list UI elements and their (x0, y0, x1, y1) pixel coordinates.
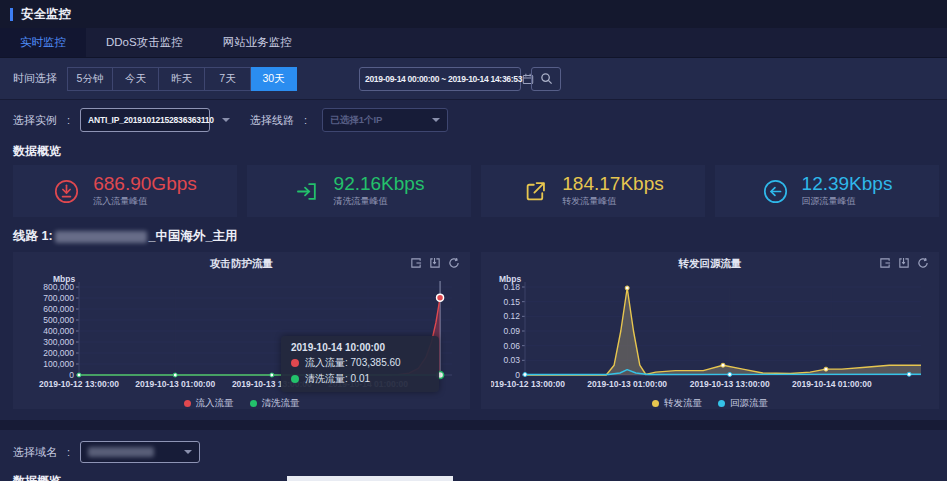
legend-dot (718, 400, 725, 407)
chart-toolbox (879, 257, 929, 269)
svg-text:300,000: 300,000 (43, 337, 74, 347)
legend-label: 清洗流量 (262, 397, 300, 410)
instance-select-value: ANTI_IP_20191012152836363110 (88, 115, 214, 125)
refresh-icon[interactable] (917, 257, 929, 269)
instance-filter-row: 选择实例: ANTI_IP_20191012152836363110 选择线路:… (0, 100, 947, 140)
search-button[interactable] (531, 67, 561, 91)
legend-label: 转发流量 (664, 397, 702, 410)
svg-text:0.03: 0.03 (503, 355, 520, 365)
tab-ddos-attack-monitor[interactable]: DDoS攻击监控 (86, 28, 203, 57)
colon: : (67, 446, 70, 458)
title-accent-bar (10, 8, 13, 21)
svg-text:2019-10-13 01:00:00: 2019-10-13 01:00:00 (587, 379, 667, 389)
chart-title: 转发回源流量 (491, 257, 929, 271)
chevron-down-icon (184, 450, 192, 454)
metric-value: 12.39Kbps (802, 174, 893, 193)
domain-select-label: 选择域名 (13, 445, 57, 460)
svg-text:2019-10-14 01:00:00: 2019-10-14 01:00:00 (328, 379, 408, 389)
svg-text:200,000: 200,000 (43, 348, 74, 358)
svg-text:0.15: 0.15 (503, 297, 520, 307)
tab-website-business-monitor[interactable]: 网站业务监控 (203, 28, 312, 57)
legend-label: 回源流量 (730, 397, 768, 410)
colon: : (304, 114, 307, 126)
metric-card-scrub: 92.16Kbps 清洗流量峰值 (247, 165, 471, 217)
search-icon (540, 72, 553, 85)
chart-title: 攻击防护流量 (23, 257, 460, 271)
redacted-text (88, 447, 154, 457)
chart-header: 转发回源流量 (491, 257, 929, 274)
time-btn-5min[interactable]: 5分钟 (67, 67, 113, 91)
line-section-heading: 线路 1: _中国海外_主用 (0, 217, 947, 252)
domain-select[interactable] (80, 441, 200, 463)
svg-text:0.09: 0.09 (503, 326, 520, 336)
svg-text:500,000: 500,000 (43, 315, 74, 325)
legend-item-back-source[interactable]: 回源流量 (718, 397, 768, 410)
date-range-value: 2019-09-14 00:00:00 ~ 2019-10-14 14:36:5… (365, 74, 522, 84)
chevron-down-icon (222, 118, 230, 122)
charts-row: 攻击防护流量 0100,000200,000300,000400,000500,… (0, 252, 947, 409)
security-monitor-page: 安全监控 实时监控 DDoS攻击监控 网站业务监控 时间选择 5分钟 今天 昨天… (0, 0, 947, 481)
restore-icon[interactable] (898, 257, 910, 269)
legend-dot (250, 400, 257, 407)
metric-cards: 686.90Gbps 流入流量峰值 92.16Kbps 清洗流量峰值 184.1… (0, 165, 947, 217)
svg-text:0.06: 0.06 (503, 341, 520, 351)
domain-filter-row: 选择域名: (0, 434, 947, 470)
attack-protection-chart[interactable]: 0100,000200,000300,000400,000500,000600,… (23, 274, 460, 392)
forward-back-source-chart-panel: 转发回源流量 00.030.060.090.120.150.182019-10-… (481, 252, 939, 409)
line-heading-suffix: _中国海外_主用 (149, 228, 238, 245)
svg-text:2019-10-13 01:00:00: 2019-10-13 01:00:00 (135, 379, 215, 389)
time-filter-row: 时间选择 5分钟 今天 昨天 7天 30天 2019-09-14 00:00:0… (0, 58, 947, 100)
svg-text:2019-10-13 13:00:00: 2019-10-13 13:00:00 (690, 379, 770, 389)
refresh-icon[interactable] (448, 257, 460, 269)
svg-text:Mbps: Mbps (499, 274, 521, 284)
overview2-title: 数据概览 (0, 470, 947, 481)
section-separator (0, 420, 947, 430)
legend-item-inflow[interactable]: 流入流量 (184, 397, 234, 410)
page-title: 安全监控 (21, 6, 71, 23)
legend-dot (184, 400, 191, 407)
time-btn-30days[interactable]: 30天 (251, 67, 297, 91)
line-select[interactable]: 已选择1个IP (322, 108, 448, 132)
chart-legend: 转发流量 回源流量 (491, 396, 929, 411)
restore-icon[interactable] (429, 257, 441, 269)
time-filter-label: 时间选择 (13, 71, 57, 86)
metric-value: 92.16Kbps (334, 174, 425, 193)
instance-select[interactable]: ANTI_IP_20191012152836363110 (80, 108, 210, 132)
colon: : (67, 114, 70, 126)
metric-label: 转发流量峰值 (562, 195, 663, 208)
svg-text:2019-10-13 13:00:00: 2019-10-13 13:00:00 (232, 379, 312, 389)
svg-text:2019-10-14 01:00:00: 2019-10-14 01:00:00 (792, 379, 872, 389)
attack-protection-chart-panel: 攻击防护流量 0100,000200,000300,000400,000500,… (13, 252, 470, 409)
legend-label: 流入流量 (196, 397, 234, 410)
chart-toolbox (410, 257, 460, 269)
page-header: 安全监控 (0, 0, 947, 28)
forward-share-icon (522, 178, 549, 205)
svg-text:400,000: 400,000 (43, 326, 74, 336)
time-btn-yesterday[interactable]: 昨天 (159, 67, 205, 91)
svg-text:600,000: 600,000 (43, 304, 74, 314)
tab-bar: 实时监控 DDoS攻击监控 网站业务监控 (0, 28, 947, 58)
legend-item-forward[interactable]: 转发流量 (652, 397, 702, 410)
line-select-label: 选择线路 (250, 113, 294, 128)
chart-header: 攻击防护流量 (23, 257, 460, 274)
svg-text:700,000: 700,000 (43, 293, 74, 303)
line-select-value: 已选择1个IP (330, 114, 382, 127)
time-btn-today[interactable]: 今天 (113, 67, 159, 91)
date-range-input[interactable]: 2019-09-14 00:00:00 ~ 2019-10-14 14:36:5… (359, 67, 521, 91)
svg-text:0.12: 0.12 (503, 311, 520, 321)
metric-value: 686.90Gbps (93, 174, 197, 193)
back-source-circle-left-icon (762, 178, 789, 205)
svg-text:Mbps: Mbps (53, 274, 75, 284)
chevron-down-icon (432, 118, 440, 122)
legend-dot (652, 400, 659, 407)
tab-realtime-monitor[interactable]: 实时监控 (0, 28, 86, 57)
time-btn-7days[interactable]: 7天 (205, 67, 251, 91)
zoom-reset-icon[interactable] (410, 257, 422, 269)
zoom-reset-icon[interactable] (879, 257, 891, 269)
legend-item-scrub[interactable]: 清洗流量 (250, 397, 300, 410)
line-heading-prefix: 线路 1: (13, 228, 53, 245)
instance-select-label: 选择实例 (13, 113, 57, 128)
svg-text:100,000: 100,000 (43, 359, 74, 369)
forward-back-source-chart[interactable]: 00.030.060.090.120.150.182019-10-12 13:0… (491, 274, 929, 392)
metric-card-back-source: 12.39Kbps 回源流量峰值 (715, 165, 939, 217)
